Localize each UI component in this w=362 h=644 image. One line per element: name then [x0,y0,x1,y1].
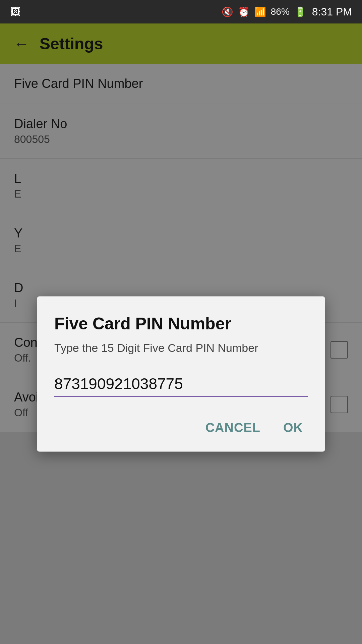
ok-button[interactable]: OK [279,417,308,438]
dialog-subtitle: Type the 15 Digit Five Card PIN Number [54,341,308,355]
status-bar: 🖼 🔇 ⏰ 📶 86% 🔋 8:31 PM [0,0,362,23]
alarm-icon: ⏰ [238,6,250,17]
pin-dialog: Five Card PIN Number Type the 15 Digit F… [37,297,325,452]
signal-icon: 📶 [254,6,266,17]
status-icons: 🔇 ⏰ 📶 86% 🔋 [222,6,306,17]
pin-input[interactable] [54,371,308,397]
battery-icon: 🔋 [294,6,306,17]
mute-icon: 🔇 [222,6,233,17]
status-time: 8:31 PM [312,6,352,18]
image-icon: 🖼 [10,6,21,18]
app-bar-title: Settings [40,35,103,53]
dialog-title: Five Card PIN Number [54,314,308,333]
back-button[interactable]: ← [13,35,29,53]
app-bar: ← Settings [0,23,362,64]
battery-label: 86% [271,6,290,17]
dialog-actions: CANCEL OK [54,417,308,438]
cancel-button[interactable]: CANCEL [201,417,265,438]
dialog-input-wrapper [54,371,308,397]
page-wrapper: Five Card PIN Number Dialer No 800505 L … [0,64,362,644]
